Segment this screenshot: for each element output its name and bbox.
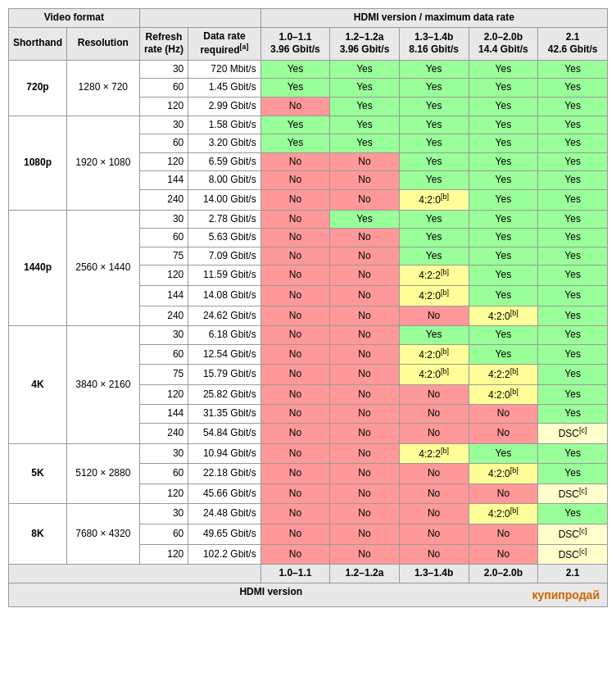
data-rate-note: [a] <box>239 43 248 51</box>
compat-cell: Yes <box>399 79 469 98</box>
compat-cell: No <box>330 326 400 345</box>
shorthand-cell: 8K <box>9 504 67 565</box>
compat-cell: Yes <box>260 116 330 134</box>
footer-hdmi-12: 1.2–1.2a <box>330 565 400 583</box>
compat-cell: Yes <box>538 405 608 424</box>
datarate-cell: 49.65 Gbit/s <box>188 524 260 545</box>
hdmi-20-header: 2.0–2.0b 14.4 Gbit/s <box>469 27 538 60</box>
compat-cell: No <box>260 171 330 190</box>
compat-cell: Yes <box>469 79 538 98</box>
compat-cell: No <box>260 544 330 565</box>
datarate-cell: 14.08 Gbit/s <box>188 285 260 306</box>
compat-cell: Yes <box>538 210 608 229</box>
watermark-text: купипродай <box>528 586 603 604</box>
shorthand-cell: 5K <box>9 443 67 504</box>
compat-cell: Yes <box>469 116 538 134</box>
compat-cell: No <box>330 544 400 565</box>
hdmi-12-label: 1.2–1.2a <box>346 31 384 43</box>
compat-cell: No <box>330 365 400 385</box>
shorthand-cell: 1440p <box>9 210 67 326</box>
compat-cell: Yes <box>538 247 608 266</box>
compat-cell: No <box>399 306 469 326</box>
refresh-cell: 120 <box>139 266 188 286</box>
compat-cell: 4:2:2[b] <box>399 443 469 464</box>
compat-cell: No <box>469 524 538 545</box>
refresh-cell: 144 <box>139 171 188 190</box>
compat-cell: No <box>330 247 400 266</box>
refresh-cell: 144 <box>139 285 188 306</box>
refresh-cell: 60 <box>139 134 188 153</box>
compat-cell: No <box>330 171 400 190</box>
shorthand-header: Shorthand <box>9 27 67 60</box>
compat-cell: Yes <box>399 247 469 266</box>
compat-cell: No <box>469 405 538 424</box>
hdmi-20-speed: 14.4 Gbit/s <box>478 43 528 55</box>
compat-cell: Yes <box>399 60 469 79</box>
shorthand-cell: 720p <box>9 60 67 116</box>
refresh-cell: 120 <box>139 384 188 405</box>
footer-hdmi-20: 2.0–2.0b <box>469 565 538 583</box>
hdmi-20-label: 2.0–2.0b <box>484 31 523 43</box>
compat-cell: Yes <box>469 266 538 286</box>
shorthand-cell: 1080p <box>9 116 67 210</box>
footer-hdmi-13: 1.3–1.4b <box>399 565 469 583</box>
compat-cell: Yes <box>399 210 469 229</box>
compat-cell: No <box>260 247 330 266</box>
compat-cell: No <box>260 152 330 171</box>
resolution-cell: 7680 × 4320 <box>67 504 140 565</box>
datarate-cell: 14.00 Gbit/s <box>188 189 260 210</box>
compat-cell: 4:2:0[b] <box>469 504 538 524</box>
footer-hdmi-version-label: HDMI version купипродай <box>9 583 608 606</box>
compat-cell: DSC[c] <box>538 424 608 444</box>
compat-cell: Yes <box>538 384 608 405</box>
hdmi-11-label: 1.0–1.1 <box>279 31 311 43</box>
hdmi-compatibility-table: Video format HDMI version / maximum data… <box>8 8 608 607</box>
compat-cell: Yes <box>538 79 608 98</box>
refresh-cell: 144 <box>139 405 188 424</box>
compat-cell: No <box>330 229 400 247</box>
compat-cell: No <box>260 483 330 504</box>
compat-cell: No <box>260 189 330 210</box>
datarate-cell: 7.09 Gbit/s <box>188 247 260 266</box>
compat-cell: Yes <box>469 326 538 345</box>
compat-cell: Yes <box>538 152 608 171</box>
compat-cell: Yes <box>330 210 400 229</box>
refresh-cell: 60 <box>139 79 188 98</box>
compat-cell: No <box>469 483 538 504</box>
compat-cell: Yes <box>538 306 608 326</box>
compat-cell: Yes <box>538 365 608 385</box>
compat-cell: No <box>330 266 400 286</box>
compat-cell: No <box>260 210 330 229</box>
datarate-cell: 54.84 Gbit/s <box>188 424 260 444</box>
hdmi-12-header: 1.2–1.2a 3.96 Gbit/s <box>330 27 400 60</box>
hdmi-13-speed: 8.16 Gbit/s <box>409 43 459 55</box>
compat-cell: No <box>330 152 400 171</box>
hdmi-11-header: 1.0–1.1 3.96 Gbit/s <box>260 27 330 60</box>
compat-cell: Yes <box>330 116 400 134</box>
compat-cell: DSC[c] <box>538 544 608 565</box>
resolution-cell: 2560 × 1440 <box>67 210 140 326</box>
compat-cell: Yes <box>538 171 608 190</box>
compat-cell: No <box>260 424 330 444</box>
datarate-cell: 5.63 Gbit/s <box>188 229 260 247</box>
compat-cell: Yes <box>399 229 469 247</box>
compat-cell: Yes <box>538 116 608 134</box>
refresh-cell: 30 <box>139 210 188 229</box>
hdmi-12-speed: 3.96 Gbit/s <box>340 43 390 55</box>
compat-cell: Yes <box>469 443 538 464</box>
compat-cell: No <box>260 504 330 524</box>
compat-cell: 4:2:0[b] <box>399 344 469 365</box>
compat-cell: No <box>399 524 469 545</box>
compat-cell: No <box>330 384 400 405</box>
refresh-cell: 30 <box>139 116 188 134</box>
compat-cell: DSC[c] <box>538 524 608 545</box>
refresh-cell: 120 <box>139 97 188 116</box>
resolution-header: Resolution <box>67 27 140 60</box>
compat-cell: No <box>330 285 400 306</box>
compat-cell: Yes <box>469 171 538 190</box>
datarate-cell: 720 Mbit/s <box>188 60 260 79</box>
compat-cell: 4:2:0[b] <box>399 189 469 210</box>
footer-hdmi-11: 1.0–1.1 <box>260 565 330 583</box>
hdmi-version-footer-text: HDMI version <box>239 586 302 597</box>
compat-cell: Yes <box>260 60 330 79</box>
